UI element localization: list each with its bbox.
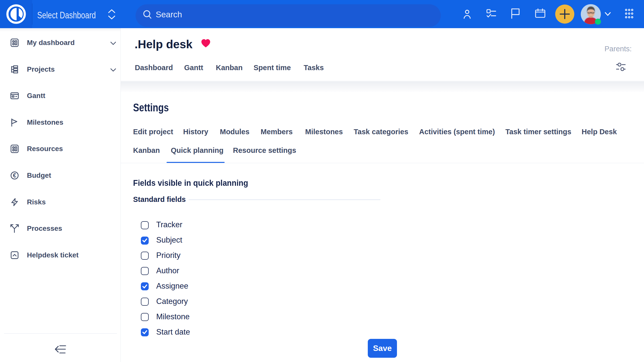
svg-text:€: € [13, 172, 16, 179]
